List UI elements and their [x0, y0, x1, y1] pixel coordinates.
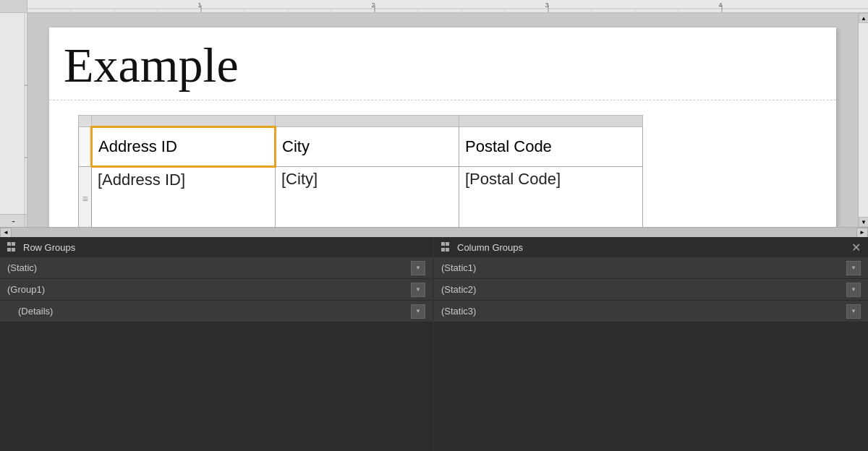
svg-text:2: 2 — [371, 1, 375, 9]
row-groups-panel: Row Groups (Static) ▼ (Group1) ▼ (Detail… — [0, 237, 434, 451]
header-label-city: City — [282, 137, 310, 155]
svg-text:3: 3 — [545, 1, 548, 9]
col-group-dropdown-static2[interactable]: ▼ — [846, 283, 861, 297]
svg-text:4: 4 — [718, 1, 722, 9]
row-group-label-static: (Static) — [7, 262, 408, 273]
row-group-col-header — [79, 126, 92, 166]
col-group-item-static1[interactable]: (Static1) ▼ — [434, 257, 868, 279]
row-group-col-handle — [79, 115, 92, 126]
row-groups-header: Row Groups — [0, 237, 433, 257]
row-groups-items: (Static) ▼ (Group1) ▼ (Details) ▼ — [0, 257, 433, 451]
report-table: Address ID City Postal Code — [78, 115, 643, 227]
data-cell-address-id[interactable]: [Address ID] — [92, 166, 276, 227]
col-handle-row — [79, 115, 643, 126]
svg-text:1: 1 — [197, 1, 201, 9]
ruler-left: - — [0, 13, 27, 227]
col-handle-1[interactable] — [92, 115, 276, 126]
chevron-down-icon-2: ▼ — [415, 286, 421, 293]
chevron-down-icon-3: ▼ — [415, 308, 421, 314]
col-handle-3[interactable] — [459, 115, 643, 126]
bottom-scrollbar[interactable]: ◄ ► — [0, 227, 868, 237]
report-page: Example — [49, 27, 836, 227]
data-cell-city[interactable]: [City] — [276, 166, 459, 227]
scroll-track-right[interactable] — [859, 23, 868, 217]
data-row: ≡ [Address ID] [City] [Postal Code] — [79, 166, 643, 227]
row-group-dropdown-details[interactable]: ▼ — [411, 304, 425, 319]
col-group-item-static3[interactable]: (Static3) ▼ — [434, 301, 868, 322]
header-label-postal-code: Postal Code — [465, 137, 552, 155]
scroll-track-bottom[interactable] — [12, 228, 856, 237]
row-group-col-data: ≡ — [79, 166, 92, 227]
chevron-down-icon-4: ▼ — [851, 265, 856, 271]
scroll-left-button[interactable]: ◄ — [0, 228, 12, 238]
row-group-item-static[interactable]: (Static) ▼ — [0, 257, 433, 279]
header-cell-city[interactable]: City — [276, 126, 459, 166]
column-groups-close-button[interactable]: ✕ — [851, 241, 861, 254]
row-groups-title: Row Groups — [23, 242, 75, 253]
data-placeholder-address-id: [Address ID] — [98, 171, 185, 189]
canvas-area[interactable]: Example — [27, 13, 858, 227]
table-container: Address ID City Postal Code — [49, 100, 836, 227]
col-group-label-static3: (Static3) — [441, 306, 843, 317]
col-group-label-static2: (Static2) — [441, 284, 843, 295]
header-cell-address-id[interactable]: Address ID — [92, 126, 276, 166]
scroll-up-button[interactable]: ▲ — [859, 13, 868, 23]
data-cell-postal-code[interactable]: [Postal Code] — [459, 166, 643, 227]
column-groups-items: (Static1) ▼ (Static2) ▼ (Static3) ▼ — [434, 257, 868, 451]
chevron-down-icon: ▼ — [415, 265, 421, 271]
row-group-item-group1[interactable]: (Group1) ▼ — [0, 279, 433, 301]
row-group-label-details: (Details) — [18, 306, 408, 317]
column-groups-title: Column Groups — [457, 242, 523, 253]
col-group-dropdown-static3[interactable]: ▼ — [846, 304, 861, 319]
column-groups-header: Column Groups ✕ — [434, 237, 868, 257]
row-group-label-group1: (Group1) — [7, 284, 408, 295]
col-group-dropdown-static1[interactable]: ▼ — [846, 261, 861, 275]
report-title: Example — [64, 38, 822, 93]
chevron-down-icon-6: ▼ — [851, 308, 856, 314]
chevron-down-icon-5: ▼ — [851, 286, 856, 293]
col-group-item-static2[interactable]: (Static2) ▼ — [434, 279, 868, 301]
row-group-dropdown-group1[interactable]: ▼ — [411, 283, 425, 297]
ruler-top: 1 2 3 4 — [0, 0, 868, 13]
row-groups-icon — [7, 242, 17, 252]
row-group-indicator — [80, 127, 89, 166]
row-group-item-details[interactable]: (Details) ▼ — [0, 301, 433, 322]
col-handle-2[interactable] — [276, 115, 459, 126]
bottom-panels: Row Groups (Static) ▼ (Group1) ▼ (Detail… — [0, 237, 868, 451]
data-placeholder-postal-code: [Postal Code] — [465, 170, 561, 188]
ruler-corner — [0, 0, 27, 12]
title-section: Example — [49, 27, 836, 100]
main-area: - Example — [0, 13, 868, 227]
scroll-right-button[interactable]: ► — [856, 228, 868, 238]
header-cell-postal-code[interactable]: Postal Code — [459, 126, 643, 166]
data-placeholder-city: [City] — [281, 170, 318, 188]
header-row: Address ID City Postal Code — [79, 126, 643, 166]
column-groups-icon — [441, 242, 451, 252]
row-group-dropdown-static[interactable]: ▼ — [411, 261, 425, 275]
scroll-down-button[interactable]: ▼ — [859, 217, 868, 227]
ruler-scale: 1 2 3 4 — [27, 0, 868, 12]
col-group-label-static1: (Static1) — [441, 262, 843, 273]
scrollbar-right[interactable]: ▲ ▼ — [858, 13, 868, 227]
header-label-address-id: Address ID — [98, 137, 177, 155]
column-groups-panel: Column Groups ✕ (Static1) ▼ (Static2) ▼ … — [434, 237, 868, 451]
